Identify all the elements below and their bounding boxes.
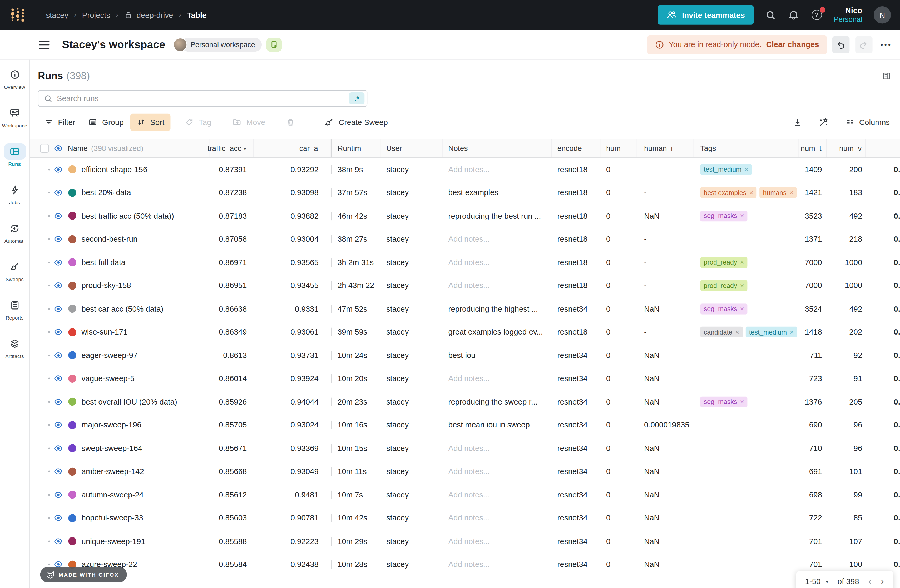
table-row[interactable]: eager-sweep-97 0.8613 0.93731 10m 24s st… <box>30 344 900 367</box>
row-handle-dot[interactable] <box>48 331 50 333</box>
header-tags[interactable]: Tags <box>693 139 799 158</box>
tag-close-icon[interactable]: × <box>740 305 744 313</box>
columns-button[interactable]: Columns <box>845 118 890 127</box>
header-encoder[interactable]: encode <box>552 139 601 158</box>
notes-cell[interactable]: reproducing the sweep r... <box>443 398 552 406</box>
tag-pill[interactable]: seg_masks× <box>700 210 748 221</box>
row-handle-dot[interactable] <box>48 262 50 263</box>
notes-cell[interactable]: great examples logged ev... <box>443 328 552 336</box>
workspace-notes-icon[interactable] <box>267 38 282 51</box>
notes-cell[interactable]: Add notes... <box>443 374 552 383</box>
table-row[interactable]: wise-sun-171 0.86349 0.93061 39m 59s sta… <box>30 320 900 344</box>
row-handle-dot[interactable] <box>48 192 50 194</box>
sidebar-item-automations[interactable]: Automat. <box>0 220 29 244</box>
row-handle-dot[interactable] <box>48 169 50 170</box>
sidebar-item-workspace[interactable]: Workspace <box>0 105 29 128</box>
notes-cell[interactable]: Add notes... <box>443 282 552 290</box>
header-human-id[interactable]: human_i <box>637 139 694 158</box>
tag-close-icon[interactable]: × <box>740 398 744 406</box>
notes-cell[interactable]: Add notes... <box>443 560 552 569</box>
group-button[interactable]: Group <box>82 114 130 131</box>
menu-icon[interactable] <box>39 40 49 49</box>
notes-cell[interactable]: best iou <box>443 351 552 360</box>
header-hum[interactable]: hum <box>601 139 637 158</box>
header-name[interactable]: Name (398 visualized) <box>65 139 210 158</box>
tag-pill[interactable]: seg_masks× <box>700 396 748 407</box>
tag-button[interactable]: Tag <box>179 114 218 131</box>
tag-close-icon[interactable]: × <box>790 328 794 336</box>
row-eye-cell[interactable] <box>51 351 65 360</box>
select-all-checkbox[interactable] <box>40 144 49 153</box>
table-row[interactable]: efficient-shape-156 0.87391 0.93292 38m … <box>30 158 900 181</box>
undo-button[interactable] <box>832 36 849 53</box>
table-row[interactable]: second-best-run 0.87058 0.93004 38m 27s … <box>30 227 900 251</box>
tag-close-icon[interactable]: × <box>740 212 744 220</box>
notes-cell[interactable]: best mean iou in sweep <box>443 421 552 429</box>
create-sweep-button[interactable]: Create Sweep <box>318 114 394 131</box>
row-eye-cell[interactable] <box>51 398 65 406</box>
table-row[interactable]: azure-sweep-22 0.85584 0.92438 10m 28s s… <box>30 553 900 576</box>
row-handle-dot[interactable] <box>48 238 50 240</box>
header-car-a[interactable]: car_a <box>254 139 331 158</box>
help-icon[interactable]: ? <box>811 9 822 21</box>
page-size-dropdown[interactable]: 1-50 ▾ <box>805 577 829 586</box>
row-handle-dot[interactable] <box>48 563 50 565</box>
overflow-menu-icon[interactable]: ••• <box>880 40 892 49</box>
run-name-cell[interactable]: best overall IOU (20% data) <box>65 398 210 406</box>
sidebar-item-overview[interactable]: Overview <box>0 67 29 90</box>
breadcrumb-page[interactable]: Table <box>187 11 207 19</box>
table-row[interactable]: unique-sweep-191 0.85588 0.92223 10m 29s… <box>30 529 900 553</box>
tag-pill[interactable]: test_medium× <box>700 164 752 175</box>
header-traffic-acc[interactable]: traffic_acc ▾ <box>210 139 254 158</box>
tag-close-icon[interactable]: × <box>740 282 744 290</box>
notes-cell[interactable]: best examples <box>443 189 552 197</box>
header-eye-cell[interactable] <box>51 139 65 158</box>
sidebar-item-sweeps[interactable]: Sweeps <box>0 259 29 282</box>
run-name-cell[interactable]: major-sweep-196 <box>65 421 210 429</box>
tag-close-icon[interactable]: × <box>740 258 744 267</box>
table-row[interactable]: swept-sweep-164 0.85671 0.93369 10m 15s … <box>30 437 900 460</box>
header-notes[interactable]: Notes <box>443 139 552 158</box>
search-input[interactable]: Search runs .* <box>38 90 367 107</box>
table-row[interactable]: major-sweep-196 0.85705 0.93024 10m 16s … <box>30 413 900 437</box>
sidebar-item-artifacts[interactable]: Artifacts <box>0 336 29 359</box>
row-eye-cell[interactable] <box>51 421 65 429</box>
run-name-cell[interactable]: second-best-run <box>65 235 210 243</box>
tag-close-icon[interactable]: × <box>735 328 739 336</box>
invite-teammates-button[interactable]: Invite teammates <box>658 5 753 25</box>
run-name-cell[interactable]: eager-sweep-97 <box>65 351 210 360</box>
header-runtime[interactable]: Runtim <box>331 139 380 158</box>
sidebar-item-runs[interactable]: Runs <box>0 144 29 167</box>
header-num-t[interactable]: num_t <box>799 139 827 158</box>
table-row[interactable]: best traffic acc (50% data)) 0.87183 0.9… <box>30 204 900 227</box>
row-handle-dot[interactable] <box>48 308 50 310</box>
table-row[interactable]: vague-sweep-5 0.86014 0.93924 10m 20s st… <box>30 367 900 390</box>
tag-pill[interactable]: candidate× <box>700 326 743 337</box>
row-handle-dot[interactable] <box>48 494 50 496</box>
sidebar-item-jobs[interactable]: Jobs <box>0 182 29 205</box>
download-icon[interactable] <box>793 118 802 127</box>
tag-pill[interactable]: prod_ready× <box>700 257 748 268</box>
run-name-cell[interactable]: best full data <box>65 258 210 267</box>
table-row[interactable]: autumn-sweep-24 0.85612 0.9481 10m 7s st… <box>30 483 900 506</box>
prev-page-button[interactable]: ‹ <box>868 577 872 586</box>
run-name-cell[interactable]: unique-sweep-191 <box>65 537 210 546</box>
tag-pill[interactable]: best examples× <box>700 187 757 198</box>
run-name-cell[interactable]: best 20% data <box>65 189 210 197</box>
table-row[interactable]: amber-sweep-142 0.85668 0.93049 10m 11s … <box>30 460 900 483</box>
row-eye-cell[interactable] <box>51 491 65 499</box>
run-name-cell[interactable]: best car acc (50% data) <box>65 305 210 313</box>
row-handle-dot[interactable] <box>48 447 50 449</box>
notes-cell[interactable]: Add notes... <box>443 491 552 499</box>
run-name-cell[interactable]: best traffic acc (50% data)) <box>65 212 210 220</box>
row-eye-cell[interactable] <box>51 165 65 174</box>
row-eye-cell[interactable] <box>51 235 65 243</box>
row-eye-cell[interactable] <box>51 282 65 290</box>
row-handle-dot[interactable] <box>48 378 50 379</box>
notes-cell[interactable]: Add notes... <box>443 537 552 546</box>
notes-cell[interactable]: Add notes... <box>443 235 552 243</box>
tag-close-icon[interactable]: × <box>749 189 753 197</box>
row-eye-cell[interactable] <box>51 258 65 267</box>
sidebar-item-reports[interactable]: Reports <box>0 297 29 320</box>
row-eye-cell[interactable] <box>51 328 65 336</box>
